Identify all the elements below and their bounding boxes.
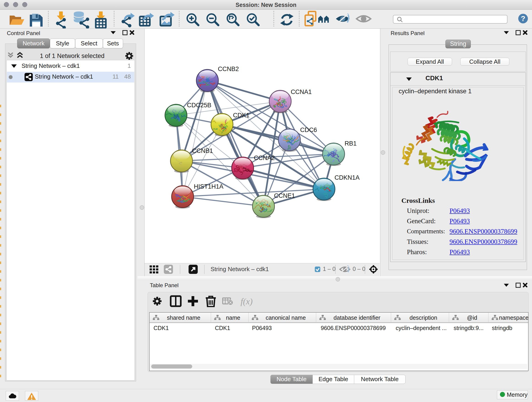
svg-text:CDC6: CDC6 xyxy=(300,127,317,133)
svg-text:CDK1: CDK1 xyxy=(233,112,249,119)
svg-text:CCNB2: CCNB2 xyxy=(218,65,239,72)
svg-text:CDKN1A: CDKN1A xyxy=(335,174,360,181)
svg-text:CCNA1: CCNA1 xyxy=(291,89,312,95)
svg-text:CDC25B: CDC25B xyxy=(187,102,211,109)
svg-text:HIST1H1A: HIST1H1A xyxy=(194,183,223,190)
svg-text:0 – 0: 0 – 0 xyxy=(353,266,365,272)
svg-text:String Network – cdk1: String Network – cdk1 xyxy=(210,266,269,273)
svg-text:f(x): f(x) xyxy=(241,297,253,306)
svg-text:?: ? xyxy=(521,14,525,23)
svg-text:RB1: RB1 xyxy=(345,140,357,147)
svg-text:CCNA2: CCNA2 xyxy=(254,154,275,161)
svg-text:1 – 0: 1 – 0 xyxy=(323,266,336,272)
svg-text:CCNB1: CCNB1 xyxy=(192,147,213,154)
svg-text:CCNE1: CCNE1 xyxy=(274,192,295,199)
